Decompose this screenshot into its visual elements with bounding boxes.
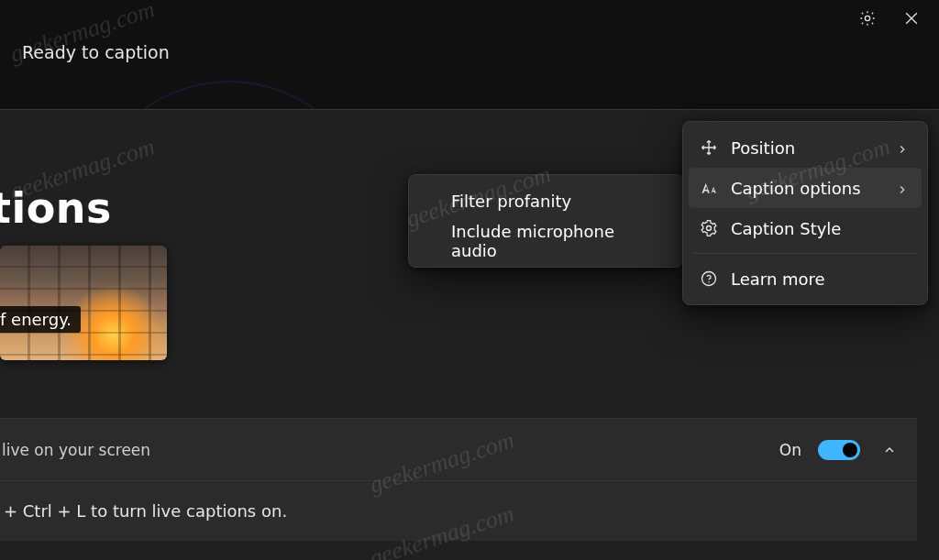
live-captions-setting-row[interactable]: live on your screen On: [0, 418, 917, 480]
gear-icon: [858, 9, 877, 27]
chevron-up-icon: [882, 443, 897, 457]
toggle-state-label: On: [779, 441, 801, 459]
svg-point-3: [708, 281, 710, 283]
flyout-item-label: Caption Style: [731, 219, 911, 238]
settings-gear-button[interactable]: [856, 7, 878, 29]
chevron-right-icon: [896, 140, 911, 155]
flyout-item-label: Caption options: [731, 179, 883, 198]
flyout-item-learn-more[interactable]: Learn more: [689, 258, 922, 299]
chevron-right-icon: [896, 181, 911, 195]
toggle-knob: [843, 443, 857, 457]
submenu-item-label: Filter profanity: [451, 192, 571, 211]
preview-thumbnail[interactable]: f energy.: [0, 246, 167, 360]
live-captions-toggle[interactable]: [818, 440, 860, 460]
setting-label: live on your screen: [2, 441, 150, 459]
caption-options-submenu: Filter profanity Include microphone audi…: [408, 174, 683, 268]
submenu-filter-profanity[interactable]: Filter profanity: [414, 181, 677, 221]
flyout-item-caption-options[interactable]: Caption options: [689, 168, 922, 208]
thumbnail-caption: f energy.: [0, 306, 81, 333]
font-size-icon: [700, 179, 718, 197]
flyout-separator: [692, 253, 918, 254]
flyout-item-label: Position: [731, 138, 883, 158]
close-button[interactable]: [900, 7, 922, 29]
live-captions-bar: Ready to caption: [0, 0, 939, 110]
move-icon: [700, 138, 718, 157]
flyout-item-label: Learn more: [731, 269, 911, 289]
gear-icon: [700, 219, 718, 237]
submenu-item-label: Include microphone audio: [451, 222, 664, 260]
submenu-include-microphone-audio[interactable]: Include microphone audio: [414, 221, 677, 261]
page-title: tions: [0, 183, 112, 233]
caption-bar-controls: [856, 7, 922, 29]
expand-button[interactable]: [880, 441, 899, 459]
help-icon: [700, 269, 718, 288]
svg-point-1: [707, 226, 712, 231]
flyout-item-position[interactable]: Position: [689, 127, 922, 168]
close-icon: [902, 9, 921, 27]
captions-settings-flyout: Position Caption options Caption Style: [682, 121, 928, 305]
flyout-item-caption-style[interactable]: Caption Style: [689, 208, 922, 248]
svg-point-0: [865, 16, 869, 20]
shortcut-hint: + Ctrl + L to turn live captions on.: [0, 480, 917, 541]
caption-status: Ready to caption: [22, 42, 170, 62]
